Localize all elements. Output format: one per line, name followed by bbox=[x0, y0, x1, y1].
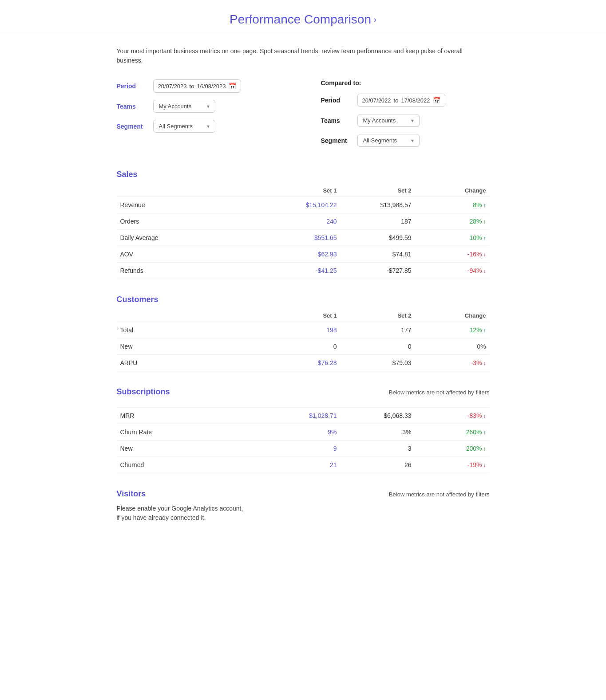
customers-table: Set 1 Set 2 Change Total19817712% New000… bbox=[117, 310, 490, 371]
page-description: Your most important business metrics on … bbox=[117, 47, 490, 65]
change-cell: 260% bbox=[415, 424, 490, 440]
arrow-up-icon bbox=[483, 326, 486, 334]
set1-cell: $62.93 bbox=[266, 246, 341, 263]
metric-cell: AOV bbox=[117, 246, 266, 263]
arrow-down-icon bbox=[483, 267, 486, 274]
col-metric-header bbox=[117, 310, 266, 322]
table-row: Churned2126-19% bbox=[117, 457, 490, 473]
chevron-down-icon: ▾ bbox=[411, 118, 414, 124]
change-positive: 12% bbox=[469, 326, 486, 334]
set1-cell: 240 bbox=[266, 213, 341, 230]
arrow-up-icon bbox=[483, 234, 486, 241]
set2-cell: $74.81 bbox=[341, 246, 415, 263]
col-change-header: Change bbox=[415, 310, 490, 322]
col-set2-header bbox=[341, 402, 415, 408]
set2-cell: 0 bbox=[341, 338, 415, 355]
compared-period-input[interactable]: 20/07/2022 to 17/08/2022 📅 bbox=[357, 94, 445, 107]
arrow-down-icon bbox=[483, 359, 486, 366]
page-header: Performance Comparison › bbox=[0, 0, 606, 34]
change-cell: 8% bbox=[415, 197, 490, 213]
subscriptions-note: Below metrics are not affected by filter… bbox=[389, 389, 490, 396]
table-row: Total19817712% bbox=[117, 322, 490, 338]
metric-cell: Churned bbox=[117, 457, 266, 473]
compared-period-label: Period bbox=[321, 97, 352, 104]
change-positive: 8% bbox=[473, 201, 486, 208]
table-row: Revenue$15,104.22$13,988.578% bbox=[117, 197, 490, 213]
change-neutral: 0% bbox=[477, 343, 486, 350]
col-set1-header: Set 1 bbox=[266, 310, 341, 322]
change-cell: 0% bbox=[415, 338, 490, 355]
compared-segment-value: All Segments bbox=[363, 137, 397, 144]
primary-segment-label: Segment bbox=[117, 123, 148, 130]
primary-segment-select[interactable]: All Segments ▾ bbox=[153, 120, 215, 133]
primary-period-group: Period 20/07/2023 to 16/08/2023 📅 bbox=[117, 79, 285, 93]
chevron-down-icon: ▾ bbox=[411, 138, 414, 144]
visitors-title: Visitors bbox=[117, 489, 146, 499]
metric-cell: New bbox=[117, 338, 266, 355]
set2-cell: 3% bbox=[341, 424, 415, 440]
primary-period-input[interactable]: 20/07/2023 to 16/08/2023 📅 bbox=[153, 79, 241, 93]
compared-segment-label: Segment bbox=[321, 137, 352, 144]
metric-cell: Revenue bbox=[117, 197, 266, 213]
set2-cell: $79.03 bbox=[341, 355, 415, 371]
page-title-text: Performance Comparison bbox=[230, 12, 371, 27]
metric-cell: Total bbox=[117, 322, 266, 338]
set2-cell: $13,988.57 bbox=[341, 197, 415, 213]
col-change-header: Change bbox=[415, 185, 490, 197]
primary-segment-value: All Segments bbox=[159, 123, 193, 130]
compared-segment-select[interactable]: All Segments ▾ bbox=[357, 134, 420, 147]
compared-teams-select[interactable]: My Accounts ▾ bbox=[357, 114, 420, 127]
primary-teams-label: Teams bbox=[117, 103, 148, 110]
set1-cell: $1,028.71 bbox=[266, 408, 341, 424]
set1-cell: $15,104.22 bbox=[266, 197, 341, 213]
metric-cell: Daily Average bbox=[117, 230, 266, 246]
primary-teams-group: Teams My Accounts ▾ bbox=[117, 100, 285, 113]
set1-cell: $551.65 bbox=[266, 230, 341, 246]
set1-cell: 0 bbox=[266, 338, 341, 355]
metric-cell: New bbox=[117, 440, 266, 457]
table-row: Refunds-$41.25-$727.85-94% bbox=[117, 263, 490, 279]
calendar-icon: 📅 bbox=[229, 83, 236, 90]
arrow-down-icon bbox=[483, 461, 486, 468]
sales-table: Set 1 Set 2 Change Revenue$15,104.22$13,… bbox=[117, 185, 490, 279]
main-content: Your most important business metrics on … bbox=[99, 34, 507, 565]
metric-cell: Refunds bbox=[117, 263, 266, 279]
change-cell: 200% bbox=[415, 440, 490, 457]
table-row: MRR$1,028.71$6,068.33-83% bbox=[117, 408, 490, 424]
page-title[interactable]: Performance Comparison › bbox=[230, 12, 376, 27]
metric-cell: Churn Rate bbox=[117, 424, 266, 440]
chevron-down-icon: › bbox=[374, 15, 376, 24]
visitors-body-text: Please enable your Google Analytics acco… bbox=[117, 504, 490, 523]
primary-teams-select[interactable]: My Accounts ▾ bbox=[153, 100, 215, 113]
customers-section: Customers Set 1 Set 2 Change Total198177… bbox=[117, 295, 490, 371]
table-row: Churn Rate9%3%260% bbox=[117, 424, 490, 440]
visitors-section-header: Visitors Below metrics are not affected … bbox=[117, 489, 490, 502]
subscriptions-table: MRR$1,028.71$6,068.33-83% Churn Rate9%3%… bbox=[117, 402, 490, 473]
arrow-up-icon bbox=[483, 429, 486, 436]
change-negative: -3% bbox=[471, 359, 486, 366]
col-metric-header bbox=[117, 402, 266, 408]
set1-cell: $76.28 bbox=[266, 355, 341, 371]
compared-teams-value: My Accounts bbox=[363, 117, 396, 124]
set2-cell: 3 bbox=[341, 440, 415, 457]
change-cell: -3% bbox=[415, 355, 490, 371]
compared-period-to: to bbox=[394, 97, 399, 104]
col-set1-header bbox=[266, 402, 341, 408]
change-negative: -83% bbox=[467, 412, 486, 419]
compared-period-end: 17/08/2022 bbox=[401, 97, 430, 104]
primary-segment-group: Segment All Segments ▾ bbox=[117, 120, 285, 133]
set2-cell: 177 bbox=[341, 322, 415, 338]
filters-container: Period 20/07/2023 to 16/08/2023 📅 Teams … bbox=[117, 79, 490, 154]
compared-teams-group: Teams My Accounts ▾ bbox=[321, 114, 490, 127]
set1-cell: 9 bbox=[266, 440, 341, 457]
change-positive: 260% bbox=[466, 429, 486, 436]
compared-segment-group: Segment All Segments ▾ bbox=[321, 134, 490, 147]
visitors-section: Visitors Below metrics are not affected … bbox=[117, 489, 490, 523]
metric-cell: ARPU bbox=[117, 355, 266, 371]
set2-cell: $6,068.33 bbox=[341, 408, 415, 424]
primary-period-end: 16/08/2023 bbox=[197, 83, 226, 90]
change-cell: 10% bbox=[415, 230, 490, 246]
set2-cell: -$727.85 bbox=[341, 263, 415, 279]
col-set1-header: Set 1 bbox=[266, 185, 341, 197]
primary-teams-value: My Accounts bbox=[159, 103, 192, 110]
